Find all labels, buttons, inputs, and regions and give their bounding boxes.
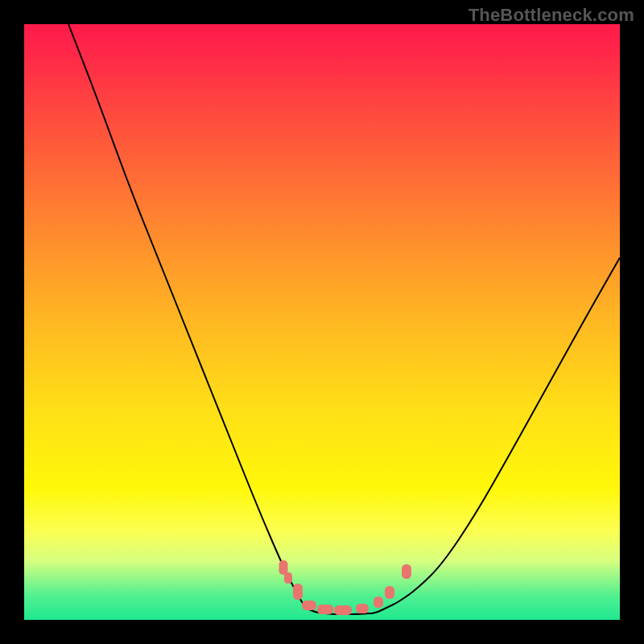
markers-group xyxy=(279,560,412,615)
marker-right-cluster-low xyxy=(374,597,383,608)
marker-right-cluster-mid xyxy=(385,586,394,599)
marker-floor-right xyxy=(356,604,369,613)
marker-floor-mid-b xyxy=(334,605,352,615)
marker-right-cluster-top xyxy=(402,564,411,579)
marker-left-cluster-low xyxy=(293,584,303,600)
marker-floor-mid-a xyxy=(317,605,333,614)
watermark-text: TheBottleneck.com xyxy=(469,5,634,26)
marker-left-cluster-top-b xyxy=(284,572,292,584)
marker-floor-left xyxy=(302,601,316,610)
marker-left-cluster-top-a xyxy=(279,560,288,575)
curve-right-branch xyxy=(372,258,620,613)
curve-left-branch xyxy=(68,24,306,608)
plot-area xyxy=(24,24,620,620)
chart-svg xyxy=(24,24,620,620)
